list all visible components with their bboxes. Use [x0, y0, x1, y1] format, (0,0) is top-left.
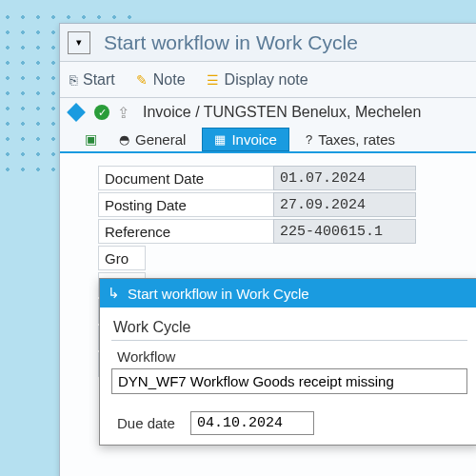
- start-label: Start: [83, 71, 115, 89]
- toolbar: ⎘ Start ✎ Note ☰ Display note: [60, 62, 476, 98]
- titlebar: ▾ Start workflow in Work Cycle: [60, 24, 476, 62]
- system-menu-icon[interactable]: ▾: [68, 31, 90, 54]
- tab-general[interactable]: ◓ General: [107, 128, 198, 151]
- attachment-icon: ⇪: [117, 104, 129, 122]
- tab-invoice[interactable]: ▦ Invoice: [202, 128, 289, 151]
- row-document-date: Document Date 01.07.2024: [98, 165, 476, 191]
- popup-arrow-icon: ↳: [108, 285, 120, 302]
- tab-general-label: General: [135, 131, 186, 148]
- value-reference[interactable]: 225-400615.1: [273, 219, 416, 244]
- tab-invoice-label: Invoice: [231, 131, 277, 148]
- hat-icon: ◓: [119, 132, 129, 147]
- tabstrip: ▣ ◓ General ▦ Invoice ? Taxes, rates: [60, 127, 476, 153]
- label-document-date: Document Date: [98, 166, 273, 190]
- invoice-icon: ▦: [214, 132, 226, 147]
- note-icon: ✎: [136, 72, 148, 88]
- start-icon: ⎘: [69, 72, 77, 88]
- label-partial-0: Gro: [98, 246, 146, 270]
- taxes-icon: ?: [306, 132, 312, 147]
- note-button[interactable]: ✎ Note: [136, 71, 186, 89]
- due-date-input[interactable]: [190, 411, 314, 435]
- row-reference: Reference 225-400615.1: [98, 218, 476, 245]
- display-note-button[interactable]: ☰ Display note: [207, 71, 308, 89]
- label-posting-date: Posting Date: [98, 192, 273, 217]
- value-posting-date[interactable]: 27.09.2024: [273, 192, 416, 217]
- folder-icon[interactable]: ▣: [85, 131, 97, 147]
- popup-title-text: Start workflow in Work Cycle: [128, 286, 309, 302]
- display-note-icon: ☰: [207, 72, 219, 88]
- info-bar: ✓ ⇪ Invoice / TUNGSTEN Benelux, Mechelen: [60, 98, 476, 127]
- note-label: Note: [153, 71, 186, 89]
- popup-window: ↳ Start workflow in Work Cycle Work Cycl…: [99, 278, 476, 446]
- window-title: Start workflow in Work Cycle: [104, 31, 358, 54]
- start-button[interactable]: ⎘ Start: [69, 71, 115, 89]
- status-ok-icon: ✓: [94, 105, 109, 120]
- label-reference: Reference: [98, 219, 273, 244]
- due-date-label: Due date: [117, 415, 175, 431]
- display-note-label: Display note: [225, 71, 308, 89]
- workflow-input[interactable]: [111, 368, 467, 394]
- popup-group-title: Work Cycle: [111, 317, 467, 341]
- tab-taxes[interactable]: ? Taxes, rates: [293, 128, 407, 151]
- breadcrumb: Invoice / TUNGSTEN Benelux, Mechelen: [143, 104, 421, 121]
- popup-titlebar: ↳ Start workflow in Work Cycle: [100, 279, 476, 307]
- status-diamond-icon: [67, 103, 86, 122]
- row-posting-date: Posting Date 27.09.2024: [98, 191, 476, 218]
- tab-taxes-label: Taxes, rates: [318, 131, 395, 148]
- workflow-label: Workflow: [111, 347, 467, 367]
- value-document-date[interactable]: 01.07.2024: [273, 166, 416, 190]
